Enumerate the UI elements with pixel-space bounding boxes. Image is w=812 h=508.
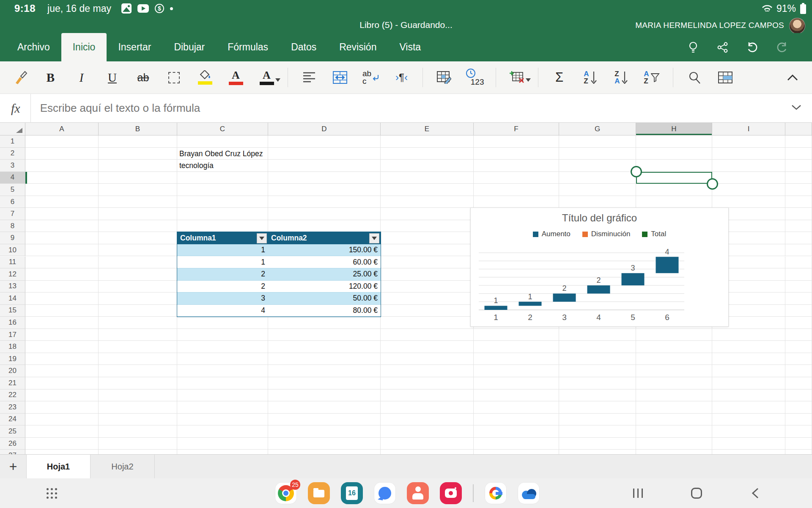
strikethrough-button[interactable]: ab — [128, 65, 159, 90]
row-header-26[interactable]: 26 — [0, 438, 25, 450]
cell-E18[interactable] — [381, 341, 474, 353]
cell-E11[interactable] — [381, 257, 474, 269]
font-color-black-button[interactable]: A — [251, 65, 282, 90]
cell-C4[interactable] — [177, 172, 268, 184]
cell-E8[interactable] — [381, 220, 474, 232]
cell-I19[interactable] — [712, 353, 785, 365]
table-cell-4-1[interactable]: 2 — [177, 281, 268, 293]
cell-C17[interactable] — [177, 329, 268, 341]
cell-C18[interactable] — [177, 341, 268, 353]
cell-D1[interactable] — [268, 135, 381, 148]
cell-A23[interactable] — [25, 401, 99, 414]
cell-E15[interactable] — [381, 305, 474, 317]
cell-A8[interactable] — [25, 220, 99, 232]
cell-D3[interactable] — [268, 160, 381, 172]
row-header-21[interactable]: 21 — [0, 377, 25, 389]
cell-B19[interactable] — [99, 353, 177, 365]
cell-E12[interactable] — [381, 268, 474, 281]
cell-F24[interactable] — [474, 414, 559, 426]
row-header-5[interactable]: 5 — [0, 184, 25, 196]
cell-A7[interactable] — [25, 208, 99, 220]
select-all-button[interactable] — [0, 123, 25, 135]
table-cell-6-1[interactable]: 4 — [177, 305, 268, 317]
filter-dropdown-button-2[interactable] — [369, 233, 379, 243]
cell-E9[interactable] — [381, 232, 474, 244]
cell-B13[interactable] — [99, 281, 177, 293]
cell-E27[interactable] — [381, 450, 474, 454]
row-header-25[interactable]: 25 — [0, 425, 25, 438]
merge-center-button[interactable] — [324, 65, 355, 90]
cell-H27[interactable] — [636, 450, 712, 454]
cell-A10[interactable] — [25, 244, 99, 257]
row-header-19[interactable]: 19 — [0, 353, 25, 365]
row-header-18[interactable]: 18 — [0, 341, 25, 353]
cell-C1[interactable] — [177, 135, 268, 148]
cell-B8[interactable] — [99, 220, 177, 232]
app-icon-google[interactable] — [485, 482, 507, 504]
cell-B25[interactable] — [99, 425, 177, 438]
cell-C7[interactable] — [177, 208, 268, 220]
cell-B15[interactable] — [99, 305, 177, 317]
cell-B5[interactable] — [99, 184, 177, 196]
cell-C16[interactable] — [177, 317, 268, 329]
row-header-13[interactable]: 13 — [0, 281, 25, 293]
format-as-table-button[interactable] — [428, 65, 459, 90]
cell-H3[interactable] — [636, 160, 712, 172]
cell-E5[interactable] — [381, 184, 474, 196]
cell-H20[interactable] — [636, 365, 712, 377]
cell-A6[interactable] — [25, 196, 99, 208]
cell-G27[interactable] — [559, 450, 636, 454]
cell-F2[interactable] — [474, 148, 559, 160]
number-format-button[interactable]: 123 — [459, 65, 490, 90]
cell-B4[interactable] — [99, 172, 177, 184]
cell-E23[interactable] — [381, 401, 474, 414]
cell-I2[interactable] — [712, 148, 785, 160]
cell-E26[interactable] — [381, 438, 474, 450]
cell-E22[interactable] — [381, 389, 474, 402]
cell-B9[interactable] — [99, 232, 177, 244]
cell-B22[interactable] — [99, 389, 177, 402]
search-button[interactable] — [679, 65, 710, 90]
cell-D24[interactable] — [268, 414, 381, 426]
cell-G5[interactable] — [559, 184, 636, 196]
cell-E7[interactable] — [381, 208, 474, 220]
cell-G26[interactable] — [559, 438, 636, 450]
cell-G6[interactable] — [559, 196, 636, 208]
cell-D2[interactable] — [268, 148, 381, 160]
cell-I6[interactable] — [712, 196, 785, 208]
row-header-22[interactable]: 22 — [0, 389, 25, 402]
cell-H19[interactable] — [636, 353, 712, 365]
cell-H25[interactable] — [636, 425, 712, 438]
cell-I3[interactable] — [712, 160, 785, 172]
row-header-24[interactable]: 24 — [0, 414, 25, 426]
cell-G24[interactable] — [559, 414, 636, 426]
cell-G20[interactable] — [559, 365, 636, 377]
tell-me-lightbulb-icon[interactable] — [686, 40, 700, 55]
cell-D26[interactable] — [268, 438, 381, 450]
cell-A13[interactable] — [25, 281, 99, 293]
sheet-tab-hoja2[interactable]: Hoja2 — [91, 455, 155, 478]
freeze-panes-button[interactable] — [710, 65, 741, 90]
nav-back-button[interactable] — [745, 478, 765, 508]
cell-I22[interactable] — [712, 389, 785, 402]
cell-F27[interactable] — [474, 450, 559, 454]
table-cell-4-2[interactable]: 120.00 € — [268, 281, 381, 293]
cell-H22[interactable] — [636, 389, 712, 402]
table-cell-1-2[interactable]: 150.00 € — [268, 244, 381, 257]
table-cell-2-2[interactable]: 60.00 € — [268, 256, 381, 268]
cell-G25[interactable] — [559, 425, 636, 438]
cell-B7[interactable] — [99, 208, 177, 220]
cell-C5[interactable] — [177, 184, 268, 196]
cell-D16[interactable] — [268, 317, 381, 329]
cell-I18[interactable] — [712, 341, 785, 353]
cell-A17[interactable] — [25, 329, 99, 341]
cell-H17[interactable] — [636, 329, 712, 341]
sheet-tab-hoja1[interactable]: Hoja1 — [26, 455, 91, 478]
cell-E10[interactable] — [381, 244, 474, 257]
cell-F4[interactable] — [474, 172, 559, 184]
cell-C25[interactable] — [177, 425, 268, 438]
cell-F19[interactable] — [474, 353, 559, 365]
formula-input[interactable]: Escribe aquí el texto o la fórmula — [40, 102, 791, 115]
row-header-20[interactable]: 20 — [0, 365, 25, 377]
column-header-E[interactable]: E — [381, 123, 474, 135]
